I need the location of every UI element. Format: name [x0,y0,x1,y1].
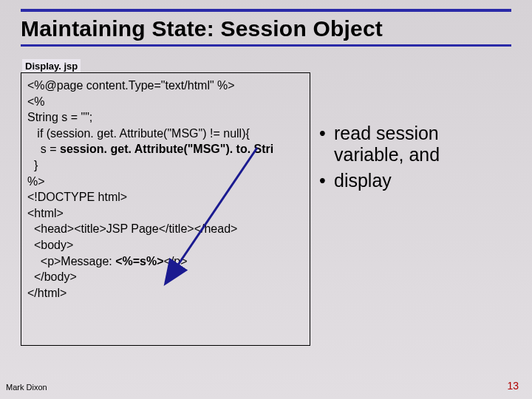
bullet-item: • read session variable, and [319,123,511,166]
code-line: <html> [27,205,304,222]
code-line: s = session. get. Attribute("MSG"). to. … [27,141,304,157]
code-line: <%@page content.Type="text/html" %> [27,78,304,94]
code-line: if (session. get. Attribute("MSG") != nu… [27,126,304,142]
code-line: <!DOCTYPE html> [27,189,304,205]
code-line: <p>Message: <%=s%></p> [27,253,304,270]
top-rule [21,9,511,12]
bullet-dot-icon: • [319,123,334,166]
slide-title: Maintaining State: Session Object [21,16,511,41]
code-bold: <%=s%> [115,255,163,267]
bullet-dot-icon: • [319,170,334,191]
code-line: %> [27,174,304,190]
bullet-text: display [334,170,511,191]
code-text: s = [27,143,60,155]
code-bold: session. get. Attribute("MSG"). to. Stri [60,143,273,155]
code-line: <% [27,94,304,110]
code-line: String s = ""; [27,109,304,126]
code-text: </p> [164,255,188,267]
code-line: <body> [27,237,304,253]
bullet-list: • read session variable, and • display [319,123,511,195]
bullet-text: read session variable, and [334,123,511,166]
footer-author: Mark Dixon [6,383,47,392]
code-line: <head><title>JSP Page</title></head> [27,221,304,237]
code-box: <%@page content.Type="text/html" %><%Str… [21,72,310,346]
bullet-item: • display [319,170,511,191]
filename-label: Display. jsp [22,59,81,73]
code-line: </body> [27,269,304,285]
code-line: </html> [27,285,304,301]
code-text: <p>Message: [27,255,115,267]
footer-page-number: 13 [507,380,519,392]
code-line: } [27,157,304,174]
title-rule [21,44,511,47]
